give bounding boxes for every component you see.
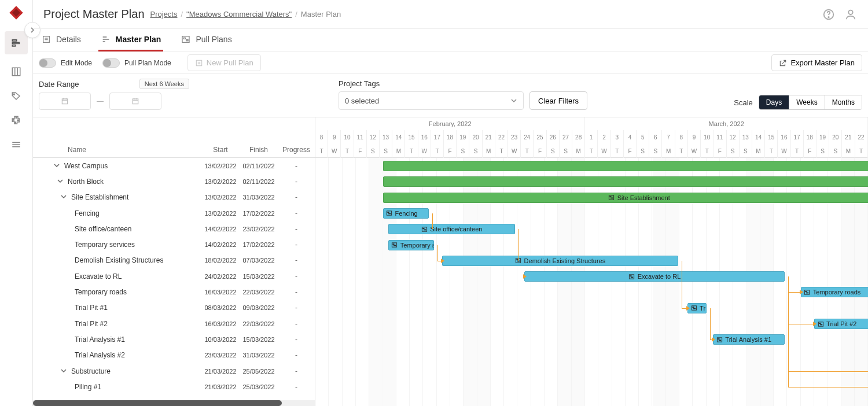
task-row[interactable]: Temporary roads16/03/202222/03/2022- (33, 284, 315, 300)
dow-cell: S (816, 144, 829, 158)
task-name: Substructure (67, 367, 201, 375)
date-to-input[interactable] (109, 93, 161, 110)
svg-rect-3 (12, 42, 19, 43)
task-row[interactable]: Excavate to RL24/02/202215/03/2022- (33, 268, 315, 284)
gantt-bar[interactable]: Site Establishment (383, 193, 869, 203)
tab-pull-plans[interactable]: Pull Plans (178, 29, 234, 51)
gantt-bar[interactable] (383, 176, 869, 187)
task-start: 13/02/2022 (201, 178, 240, 185)
horizontal-scrollbar[interactable] (33, 400, 315, 406)
task-row[interactable]: West Campus13/02/202202/11/2022- (33, 158, 315, 174)
gantt-bar[interactable]: Demolish Existing Structures (442, 256, 678, 266)
day-cell: 10 (341, 130, 354, 144)
task-finish: 22/03/2022 (240, 289, 278, 296)
day-cell: 8 (675, 130, 688, 144)
task-finish: 25/03/2022 (240, 383, 278, 390)
tab-details[interactable]: Details (39, 29, 83, 51)
pull-plan-mode-toggle[interactable]: Pull Plan Mode (102, 58, 171, 68)
dow-cell: M (842, 144, 855, 158)
chevron-down-icon[interactable] (61, 368, 67, 374)
filter-bar: Date Range Next 6 Weeks — Project Tags 0… (33, 74, 868, 117)
gantt-bar[interactable] (383, 161, 869, 171)
timeline-body[interactable]: Site EstablishmentFencingSite office/can… (315, 158, 868, 406)
new-pull-plan-button[interactable]: New Pull Plan (187, 54, 261, 71)
task-row[interactable]: Fencing13/02/202217/02/2022- (33, 205, 315, 221)
chevron-down-icon[interactable] (54, 163, 60, 168)
task-row[interactable]: Trial Pit #216/03/202222/03/2022- (33, 316, 315, 331)
rail-more-icon[interactable] (9, 138, 23, 152)
dow-cell: T (855, 144, 868, 158)
scale-weeks[interactable]: Weeks (789, 95, 825, 109)
date-from-input[interactable] (39, 93, 91, 110)
tab-master-plan[interactable]: Master Plan (98, 29, 164, 51)
svg-rect-54 (806, 291, 807, 292)
task-row[interactable]: Trial Analysis #223/03/202231/03/2022- (33, 348, 315, 363)
gantt-bar[interactable]: Fencing (383, 208, 429, 219)
task-row[interactable]: Piling #121/03/202225/03/2022- (33, 379, 315, 394)
task-bar-icon (386, 210, 393, 217)
next-6-weeks-button[interactable]: Next 6 Weeks (139, 79, 189, 89)
task-start: 21/03/2022 (201, 383, 240, 390)
dow-cell: M (752, 144, 765, 158)
timeline-pane[interactable]: February, 2022March, 2022 89101112131415… (315, 117, 868, 406)
task-row[interactable]: Site Establishment13/02/202231/03/2022- (33, 190, 315, 205)
dow-cell: S (649, 144, 662, 158)
chevron-down-icon[interactable] (61, 194, 67, 200)
day-cell: 20 (829, 130, 842, 144)
task-finish: 22/03/2022 (240, 320, 278, 327)
task-row[interactable]: North Block13/02/202202/11/2022- (33, 174, 315, 189)
day-cell: 11 (713, 130, 726, 144)
task-start: 10/03/2022 (201, 336, 240, 343)
task-row[interactable]: Trial Pit #108/03/202209/03/2022- (33, 300, 315, 316)
task-name: North Block (63, 178, 201, 186)
task-row[interactable]: Temporary services14/02/202217/02/2022- (33, 237, 315, 252)
rail-board-icon[interactable] (9, 65, 23, 79)
crumb-projects[interactable]: Projects (150, 10, 178, 19)
rail-tag-icon[interactable] (9, 89, 23, 103)
dow-cell: S (367, 144, 380, 158)
task-finish: 31/03/2022 (240, 352, 278, 359)
task-row[interactable]: Demolish Existing Structures18/02/202207… (33, 253, 315, 268)
user-icon[interactable] (844, 8, 858, 21)
scale-months[interactable]: Months (825, 95, 862, 109)
gantt-bar[interactable]: Temporary se (388, 240, 434, 250)
scale-days[interactable]: Days (759, 95, 789, 109)
task-start: 08/03/2022 (201, 304, 240, 311)
task-row[interactable]: Site office/canteen14/02/202223/02/2022- (33, 221, 315, 237)
project-tags-label: Project Tags (339, 79, 587, 88)
task-finish: 02/11/2022 (240, 178, 278, 185)
gantt-bar[interactable]: Temporary roads (801, 287, 868, 297)
chevron-down-icon[interactable] (57, 178, 63, 184)
edit-mode-toggle[interactable]: Edit Mode (39, 58, 92, 68)
rail-gantt-icon[interactable] (5, 31, 28, 54)
task-row[interactable]: Trial Analysis #110/03/202215/03/2022- (33, 331, 315, 347)
app-logo[interactable] (8, 5, 24, 21)
task-start: 16/03/2022 (201, 289, 240, 296)
task-name: Site office/canteen (70, 225, 201, 233)
gantt-bar[interactable]: Excavate to RL (524, 271, 785, 282)
day-cell: 15 (405, 130, 418, 144)
toolbar: Edit Mode Pull Plan Mode New Pull Plan E… (33, 52, 868, 74)
gantt-bar[interactable]: Site office/canteen (388, 224, 515, 234)
help-icon[interactable] (822, 8, 836, 21)
rail-plugin-icon[interactable] (9, 113, 23, 127)
svg-rect-4 (12, 45, 15, 46)
gantt-bar[interactable]: Trial Analysis #1 (713, 334, 784, 345)
export-master-plan-button[interactable]: Export Master Plan (771, 54, 862, 71)
project-tags-select[interactable]: 0 selected (339, 91, 524, 110)
dow-cell: W (778, 144, 790, 158)
task-start: 13/02/2022 (201, 194, 240, 201)
clear-filters-button[interactable]: Clear Filters (529, 91, 587, 110)
task-name: Trial Analysis #1 (70, 335, 201, 344)
gantt-bar[interactable]: Trial Pit #2 (814, 319, 868, 329)
task-row[interactable]: Substructure21/03/202225/05/2022- (33, 363, 315, 379)
task-name: West Campus (60, 162, 201, 170)
svg-rect-48 (517, 260, 518, 260)
chevron-down-icon (510, 97, 517, 104)
gantt-bar-label: Demolish Existing Structures (524, 257, 606, 264)
dow-cell: W (508, 144, 521, 158)
dow-cell: S (637, 144, 649, 158)
svg-point-8 (13, 94, 14, 95)
gantt-bar[interactable]: Tr (687, 303, 707, 313)
crumb-project-name[interactable]: "Meadows Commercial Waters" (186, 10, 292, 19)
